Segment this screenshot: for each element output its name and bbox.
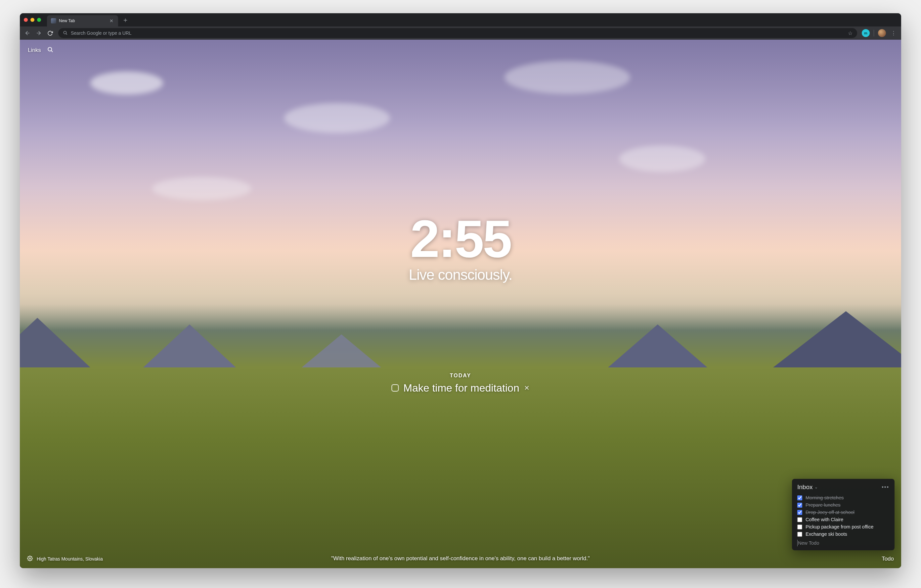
titlebar: New Tab ✕ ＋ <box>20 13 901 26</box>
browser-window: New Tab ✕ ＋ Search Google or type a URL … <box>20 13 901 568</box>
center-widgets: 2:55 Live consciously. <box>20 212 901 283</box>
search-icon <box>47 46 53 53</box>
focus-clear-button[interactable]: ✕ <box>524 384 530 392</box>
todo-item-label: Drop Joey off at school <box>805 510 854 515</box>
search-button[interactable] <box>47 46 53 54</box>
todo-item-label: Prepare lunches <box>805 502 841 508</box>
todo-item[interactable]: Pickup package from post office <box>797 523 889 530</box>
chrome-menu-button[interactable]: ⋮ <box>888 30 898 36</box>
focus-text[interactable]: Make time for meditation <box>403 382 519 394</box>
todo-new-placeholder: New Todo <box>798 540 819 546</box>
todo-panel: Inbox ⌄ ••• Morning stretchesPrepare lun… <box>792 479 895 550</box>
todo-item-label: Coffee with Claire <box>805 517 843 522</box>
todo-list-title[interactable]: Inbox <box>797 484 812 491</box>
todo-item[interactable]: Exchange ski boots <box>797 530 889 538</box>
background-photo <box>20 40 901 568</box>
extension-avatar-initial: m <box>864 31 867 35</box>
toolbar-divider <box>874 30 874 36</box>
cloud-decoration <box>284 103 390 133</box>
window-controls <box>24 18 41 22</box>
bottom-left: High Tatras Mountains, Slovakia <box>27 556 103 562</box>
todo-list: Morning stretchesPrepare lunchesDrop Joe… <box>797 494 889 538</box>
todo-item-checkbox[interactable] <box>797 495 802 500</box>
browser-tab[interactable]: New Tab ✕ <box>47 15 118 26</box>
cloud-decoration <box>90 71 163 94</box>
new-tab-button[interactable]: ＋ <box>121 15 130 24</box>
top-overlay: Links <box>20 40 901 60</box>
arrow-right-icon <box>36 30 42 36</box>
cloud-decoration <box>152 177 251 200</box>
tab-favicon <box>51 18 56 23</box>
quote-text[interactable]: "With realization of one's own potential… <box>331 555 590 563</box>
focus-checkbox[interactable] <box>391 384 399 391</box>
todo-item-checkbox[interactable] <box>797 517 802 522</box>
todo-header: Inbox ⌄ ••• <box>797 484 889 491</box>
todo-item[interactable]: Coffee with Claire <box>797 516 889 523</box>
todo-menu-button[interactable]: ••• <box>882 484 889 490</box>
cloud-decoration <box>504 61 630 94</box>
photo-location[interactable]: High Tatras Mountains, Slovakia <box>37 556 103 562</box>
todo-item[interactable]: Prepare lunches <box>797 501 889 508</box>
forward-button[interactable] <box>34 28 44 38</box>
todo-toggle-button[interactable]: Todo <box>882 556 894 562</box>
links-button[interactable]: Links <box>28 47 41 54</box>
todo-item-checkbox[interactable] <box>797 525 802 530</box>
todo-item-label: Morning stretches <box>805 495 844 500</box>
minimize-window-button[interactable] <box>31 18 34 22</box>
svg-point-6 <box>29 557 31 559</box>
reload-button[interactable] <box>45 28 55 38</box>
tab-title: New Tab <box>59 18 75 23</box>
fullscreen-window-button[interactable] <box>37 18 41 22</box>
cloud-decoration <box>619 146 705 172</box>
todo-item-checkbox[interactable] <box>797 532 802 537</box>
newtab-content: Links 2:55 Live consciously. TODAY Make … <box>20 40 901 568</box>
close-tab-button[interactable]: ✕ <box>109 18 114 23</box>
todo-item-checkbox[interactable] <box>797 503 802 508</box>
browser-toolbar: Search Google or type a URL ☆ m ⋮ <box>20 26 901 40</box>
todo-item-checkbox[interactable] <box>797 510 802 515</box>
address-bar-placeholder: Search Google or type a URL <box>71 31 132 36</box>
back-button[interactable] <box>23 28 33 38</box>
extension-avatar[interactable]: m <box>862 29 870 37</box>
focus-section: TODAY Make time for meditation ✕ <box>391 373 529 394</box>
todo-item-label: Pickup package from post office <box>805 524 873 530</box>
gear-icon <box>27 556 33 561</box>
todo-new-input[interactable]: New Todo <box>797 540 889 546</box>
clock-time[interactable]: 2:55 <box>20 212 901 265</box>
mantra-text[interactable]: Live consciously. <box>20 266 901 283</box>
address-bar[interactable]: Search Google or type a URL ☆ <box>58 28 857 38</box>
reload-icon <box>47 31 53 36</box>
close-window-button[interactable] <box>24 18 28 22</box>
arrow-left-icon <box>24 30 31 36</box>
todo-item-label: Exchange ski boots <box>805 531 847 537</box>
search-icon <box>63 31 67 36</box>
svg-line-3 <box>66 33 67 34</box>
settings-button[interactable] <box>27 556 33 562</box>
focus-row: Make time for meditation ✕ <box>391 382 529 394</box>
bookmark-star-icon[interactable]: ☆ <box>848 30 853 36</box>
todo-item[interactable]: Drop Joey off at school <box>797 508 889 516</box>
todo-item[interactable]: Morning stretches <box>797 494 889 501</box>
chevron-down-icon[interactable]: ⌄ <box>814 485 818 489</box>
bottom-bar: High Tatras Mountains, Slovakia "With re… <box>20 550 901 568</box>
focus-label: TODAY <box>391 373 529 378</box>
profile-avatar[interactable] <box>878 29 886 37</box>
svg-line-5 <box>51 50 52 52</box>
